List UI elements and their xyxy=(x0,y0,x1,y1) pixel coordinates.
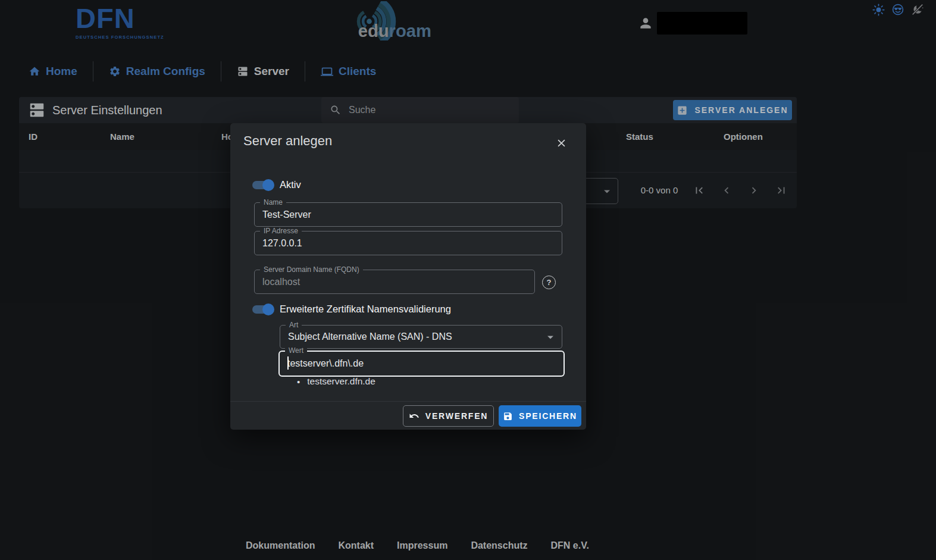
fqdn-input[interactable] xyxy=(255,270,534,293)
save-floppy-icon xyxy=(503,411,513,421)
discard-button[interactable]: VERWERFEN xyxy=(403,405,494,427)
toggle-switch-on xyxy=(252,181,273,189)
dialog-footer-divider xyxy=(230,401,586,402)
app-window: DFN DEUTSCHES FORSCHUNGSNETZ eduroam xyxy=(0,0,936,560)
create-server-dialog: Server anlegen Aktiv Name IP Adresse Ser… xyxy=(230,123,586,430)
cert-validation-toggle[interactable]: Erweiterte Zertifikat Namensvalidierung xyxy=(252,304,451,315)
dialog-title: Server anlegen xyxy=(243,133,332,149)
ip-address-field: IP Adresse xyxy=(254,231,562,255)
toggle-switch-on xyxy=(252,305,273,314)
name-input[interactable] xyxy=(255,203,562,226)
discard-button-label: VERWERFEN xyxy=(425,411,488,421)
wert-input[interactable] xyxy=(280,352,564,376)
undo-icon xyxy=(409,411,420,421)
fqdn-help-icon[interactable]: ? xyxy=(542,276,556,289)
aktiv-toggle[interactable]: Aktiv xyxy=(252,179,301,190)
chevron-down-icon xyxy=(547,335,554,340)
name-field: Name xyxy=(254,202,562,227)
save-button-label: SPEICHERN xyxy=(519,411,577,421)
cert-validation-toggle-label: Erweiterte Zertifikat Namensvalidierung xyxy=(280,304,451,315)
bullet-icon: • xyxy=(297,377,300,387)
art-select-value: Subject Alternative Name (SAN) - DNS xyxy=(288,326,452,348)
text-caret xyxy=(287,356,289,370)
san-preview-value: testserver.dfn.de xyxy=(307,376,375,387)
ip-address-input[interactable] xyxy=(255,231,562,255)
san-preview-item: • testserver.dfn.de xyxy=(297,376,375,387)
wert-field-focused: Wert xyxy=(278,351,565,377)
close-icon xyxy=(556,138,566,148)
close-button[interactable] xyxy=(552,134,570,152)
art-select[interactable]: Art Subject Alternative Name (SAN) - DNS xyxy=(280,325,562,349)
fqdn-field: Server Domain Name (FQDN) xyxy=(254,270,535,294)
save-button[interactable]: SPEICHERN xyxy=(499,405,581,427)
aktiv-toggle-label: Aktiv xyxy=(280,179,301,190)
